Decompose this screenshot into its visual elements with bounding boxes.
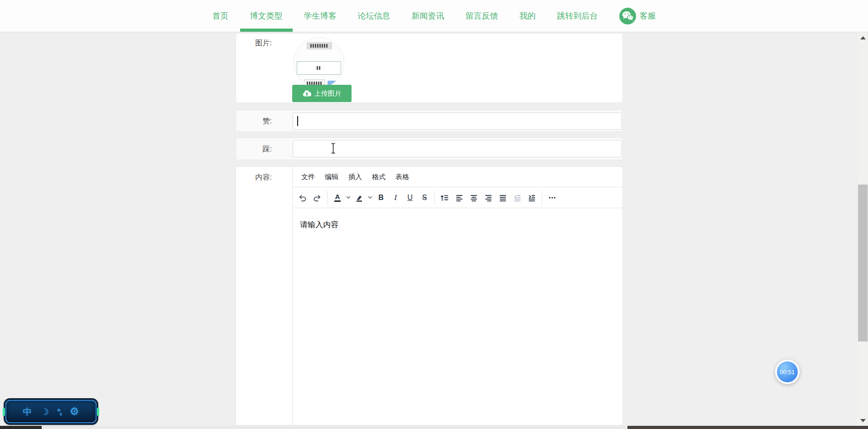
bottom-strip-right-dark [627, 426, 868, 429]
wechat-icon [619, 8, 636, 24]
image-preview [294, 37, 344, 88]
ime-left-accent [3, 408, 5, 416]
bold-icon[interactable]: B [374, 190, 388, 205]
timer-value: 00:51 [780, 369, 795, 375]
form-row-like: 赞: [236, 110, 623, 132]
nav-item-home[interactable]: 首页 [212, 0, 229, 32]
form-row-content: 内容: 文件 编辑 插入 格式 表格 [236, 166, 623, 425]
nav-item-goto-backend[interactable]: 跳转到后台 [557, 0, 598, 32]
align-center-icon[interactable] [467, 190, 481, 205]
preview-input-fragment [297, 61, 341, 75]
nav-item-customer-service[interactable]: 客服 [619, 0, 656, 32]
active-tab-underline [240, 29, 293, 32]
ime-toolbar: 中 ☽ °, ⚙ [5, 400, 96, 423]
redo-icon[interactable] [310, 190, 324, 205]
align-left-icon[interactable] [452, 190, 467, 205]
nav-item-label: 新闻资讯 [412, 10, 444, 21]
image-field-label: 图片: [236, 34, 292, 48]
like-field-label: 赞: [236, 110, 292, 132]
nav-item-label: 留言反馈 [466, 10, 498, 21]
text-color-icon[interactable]: A [330, 190, 345, 205]
nav-item-label: 博文类型 [250, 10, 283, 21]
nav-item-mine[interactable]: 我的 [520, 0, 536, 32]
ime-right-accent [97, 408, 99, 416]
bottom-strip-left-dark [0, 426, 42, 429]
scroll-up-arrow-icon[interactable] [860, 36, 866, 39]
nav-item-label: 学生博客 [304, 10, 337, 21]
editor-menubar: 文件 编辑 插入 格式 表格 [293, 167, 622, 187]
dislike-field-label: 踩: [236, 138, 292, 161]
undo-icon[interactable] [295, 190, 310, 205]
mouse-cursor-ibeam [330, 142, 336, 154]
outdent-icon[interactable] [510, 190, 525, 205]
nav-item-forum-info[interactable]: 论坛信息 [358, 0, 391, 32]
more-options-icon[interactable] [545, 190, 559, 205]
upload-image-label: 上传图片 [314, 89, 342, 98]
editor-content-area[interactable]: 请输入内容 [293, 208, 622, 241]
nav-item-student-blog[interactable]: 学生博客 [304, 0, 337, 32]
cloud-upload-icon [303, 90, 311, 97]
italic-icon[interactable]: I [388, 190, 403, 205]
content-field-label: 内容: [236, 167, 292, 182]
ime-settings-gear-icon[interactable]: ⚙ [70, 406, 79, 417]
toolbar-divider [434, 190, 435, 205]
nav-item-label: 我的 [520, 10, 536, 21]
preview-title-fragment [307, 42, 332, 49]
dislike-input[interactable] [293, 140, 622, 157]
menu-file[interactable]: 文件 [296, 170, 320, 184]
rich-text-editor: 文件 编辑 插入 格式 表格 A [292, 167, 622, 425]
menu-format[interactable]: 格式 [367, 170, 391, 184]
highlight-color-dropdown-icon[interactable] [366, 190, 374, 205]
line-height-icon[interactable] [438, 190, 452, 205]
text-caret [297, 116, 298, 126]
nav-item-label: 首页 [212, 10, 229, 21]
form-row-image: 图片: 上传图片 [236, 33, 623, 103]
nav-item-news[interactable]: 新闻资讯 [412, 0, 444, 32]
recording-timer-badge[interactable]: 00:51 [775, 360, 800, 384]
text-color-dropdown-icon[interactable] [345, 190, 352, 205]
top-nav: 首页 博文类型 学生博客 论坛信息 新闻资讯 留言反馈 我的 跳转到后台 [0, 0, 868, 32]
strikethrough-icon[interactable]: S [417, 190, 432, 205]
editor-content-text: 请输入内容 [300, 220, 338, 229]
ime-chinese-mode-icon[interactable]: 中 [23, 407, 32, 416]
page: 首页 博文类型 学生博客 论坛信息 新闻资讯 留言反馈 我的 跳转到后台 [0, 0, 868, 429]
align-right-icon[interactable] [481, 190, 496, 205]
nav-item-blog-type[interactable]: 博文类型 [250, 0, 283, 32]
nav-item-label: 论坛信息 [358, 10, 391, 21]
like-input[interactable] [293, 112, 622, 130]
vertical-scrollbar[interactable] [858, 32, 868, 426]
toolbar-divider [327, 190, 328, 205]
toolbar-divider [542, 190, 542, 205]
menu-table[interactable]: 表格 [391, 170, 414, 184]
highlight-color-icon[interactable] [352, 190, 366, 205]
nav-item-feedback[interactable]: 留言反馈 [466, 0, 498, 32]
nav-item-label: 跳转到后台 [557, 10, 598, 21]
ime-fullwidth-moon-icon[interactable]: ☽ [41, 407, 49, 416]
menu-insert[interactable]: 插入 [343, 170, 367, 184]
form-row-dislike: 踩: [236, 137, 623, 160]
scroll-down-arrow-icon[interactable] [860, 419, 866, 422]
editor-toolbar: A B I U S [293, 187, 622, 208]
scrollbar-thumb[interactable] [858, 185, 868, 341]
upload-image-button[interactable]: 上传图片 [292, 85, 352, 102]
customer-service-label: 客服 [640, 10, 656, 21]
align-justify-icon[interactable] [496, 190, 510, 205]
underline-icon[interactable]: U [403, 190, 417, 205]
indent-icon[interactable] [525, 190, 539, 205]
menu-edit[interactable]: 编辑 [320, 170, 343, 184]
ime-punctuation-icon[interactable]: °, [58, 408, 61, 416]
